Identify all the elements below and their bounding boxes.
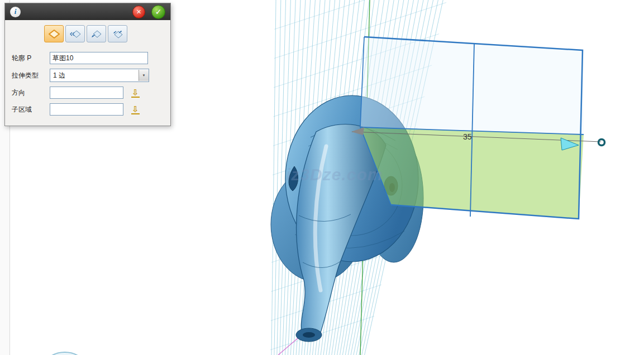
extrude-mode-button-3[interactable] [87,25,106,42]
extrude-type-label: 拉伸类型 [12,71,50,80]
dialog-toolbar [5,20,170,46]
dimension-value: 35 [463,132,472,141]
direction-input[interactable] [50,87,123,99]
view-gizmo-partial [46,352,84,355]
subregion-label: 子区域 [12,105,50,114]
check-icon: ✓ [155,8,162,16]
preview-upper-face [360,37,584,135]
field-row-extrude-type: 拉伸类型 1 边 ▼ [12,69,165,82]
extrude-mode-button-2[interactable] [65,25,85,42]
extrude-preview [360,37,584,219]
extrude-remove-icon [91,30,102,39]
info-icon[interactable]: i [10,7,21,17]
dialog-titlebar: i ✕ ✓ [5,3,170,20]
extrude-drag-handle[interactable] [599,140,605,146]
close-icon: ✕ [136,9,141,15]
subregion-input[interactable] [50,103,123,116]
profile-label: 轮廓 P [12,54,50,63]
extrude-type-value: 1 边 [50,71,139,80]
extrude-add-icon [70,30,81,39]
cancel-button[interactable]: ✕ [132,6,145,18]
field-row-profile: 轮廓 P [12,52,165,64]
extrude-type-dropdown[interactable]: 1 边 ▼ [50,69,149,82]
extrude-base-icon [49,30,60,39]
dropdown-arrow-icon[interactable]: ▼ [139,70,149,81]
subregion-picker-icon[interactable]: ⇩ [131,105,140,114]
extrude-dialog: i ✕ ✓ [4,3,171,126]
direction-picker-icon[interactable]: ⇩ [131,88,140,98]
app-window: 35 iz3Dze.com i ✕ ✓ [0,0,644,355]
direction-label: 方向 [12,88,50,98]
field-row-direction: 方向 ⇩ [12,87,165,99]
trunk-tip-hole [303,332,315,338]
field-row-subregion: 子区域 ⇩ [12,103,165,116]
dialog-form: 轮廓 P 拉伸类型 1 边 ▼ 方向 ⇩ 子区域 ⇩ [5,46,170,126]
extrude-intersect-icon [112,30,123,39]
extrude-mode-button-4[interactable] [108,25,127,42]
confirm-button[interactable]: ✓ [151,5,165,19]
extrude-mode-button-1[interactable] [44,25,64,42]
profile-input[interactable] [50,52,148,64]
